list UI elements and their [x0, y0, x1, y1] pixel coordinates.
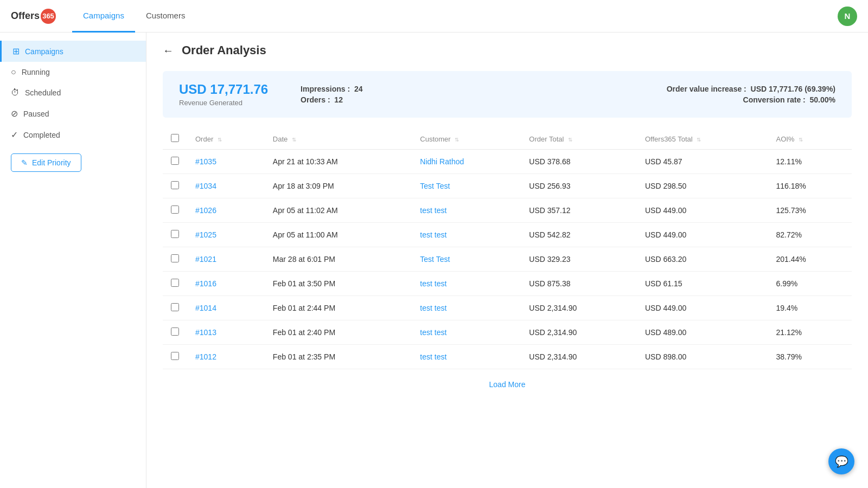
nav-links: Campaigns Customers [72, 0, 196, 33]
offers365-total-6: USD 449.00 [637, 296, 768, 320]
check-icon: ✓ [11, 130, 18, 140]
row-select-3[interactable] [171, 230, 179, 238]
sidebar-item-completed[interactable]: ✓ Completed [0, 124, 146, 145]
order-total-0: USD 378.68 [521, 150, 637, 174]
sidebar-item-paused[interactable]: ⊘ Paused [0, 103, 146, 124]
page-header: ← Order Analysis [163, 43, 852, 57]
nav-campaigns[interactable]: Campaigns [72, 0, 135, 33]
row-select-7[interactable] [171, 328, 179, 336]
orders-line: Orders : 12 [301, 95, 362, 104]
order-value-increase-label: Order value increase : [667, 85, 746, 93]
order-date-3: Apr 05 at 11:00 AM [265, 223, 412, 247]
order-number-6[interactable]: #1014 [187, 296, 265, 320]
pause-icon: ⊘ [11, 108, 18, 119]
revenue-block: USD 17,771.76 Revenue Generated [179, 82, 268, 107]
order-date-5: Feb 01 at 3:50 PM [265, 272, 412, 296]
order-number-1[interactable]: #1034 [187, 174, 265, 198]
conversion-rate-line: Conversion rate : 50.00% [667, 95, 835, 104]
chat-button[interactable]: 💬 [828, 448, 854, 474]
sidebar-item-scheduled[interactable]: ⏱ Scheduled [0, 82, 146, 103]
orders-label: Orders : [301, 95, 330, 104]
logo: Offers 365 [11, 9, 56, 24]
row-checkbox-0 [163, 150, 187, 174]
order-number-7[interactable]: #1013 [187, 320, 265, 345]
order-total-2: USD 357.12 [521, 198, 637, 223]
conversion-rate-value: 50.00% [810, 95, 835, 104]
aoi-6: 19.4% [768, 296, 852, 320]
aoi-4: 201.44% [768, 247, 852, 272]
customer-7[interactable]: test test [412, 320, 521, 345]
customer-6[interactable]: test test [412, 296, 521, 320]
load-more-button[interactable]: Load More [163, 369, 852, 400]
order-number-0[interactable]: #1035 [187, 150, 265, 174]
order-total-4: USD 329.23 [521, 247, 637, 272]
row-checkbox-7 [163, 320, 187, 345]
avatar[interactable]: N [838, 7, 857, 26]
header-order[interactable]: Order ⇅ [187, 129, 265, 150]
edit-priority-button[interactable]: ✎ Edit Priority [11, 153, 81, 172]
chat-icon: 💬 [835, 455, 848, 468]
sort-date-icon: ⇅ [292, 137, 296, 143]
row-select-0[interactable] [171, 157, 179, 165]
sidebar-item-running[interactable]: ○ Running [0, 62, 146, 82]
row-select-4[interactable] [171, 254, 179, 262]
logo-badge: 365 [41, 9, 56, 24]
order-number-5[interactable]: #1016 [187, 272, 265, 296]
customer-1[interactable]: Test Test [412, 174, 521, 198]
customer-2[interactable]: test test [412, 198, 521, 223]
aoi-7: 21.12% [768, 320, 852, 345]
order-number-8[interactable]: #1012 [187, 345, 265, 369]
order-value-increase-value: USD 17,771.76 (69.39%) [751, 85, 835, 93]
row-checkbox-4 [163, 247, 187, 272]
order-number-4[interactable]: #1021 [187, 247, 265, 272]
select-all-checkbox[interactable] [171, 134, 179, 142]
aoi-8: 38.79% [768, 345, 852, 369]
table-row: #1013 Feb 01 at 2:40 PM test test USD 2,… [163, 320, 852, 345]
aoi-5: 6.99% [768, 272, 852, 296]
row-select-2[interactable] [171, 206, 179, 214]
impressions-label: Impressions : [301, 85, 350, 93]
table-header-row: Order ⇅ Date ⇅ Customer ⇅ Order Total ⇅ [163, 129, 852, 150]
sidebar-item-campaigns[interactable]: ⊞ Campaigns [0, 41, 146, 62]
customer-3[interactable]: test test [412, 223, 521, 247]
row-select-6[interactable] [171, 303, 179, 311]
order-total-7: USD 2,314.90 [521, 320, 637, 345]
row-checkbox-2 [163, 198, 187, 223]
order-number-2[interactable]: #1026 [187, 198, 265, 223]
header-aoi[interactable]: AOI% ⇅ [768, 129, 852, 150]
row-checkbox-8 [163, 345, 187, 369]
header-date[interactable]: Date ⇅ [265, 129, 412, 150]
order-total-3: USD 542.82 [521, 223, 637, 247]
row-select-5[interactable] [171, 279, 179, 287]
revenue-value: USD 17,771.76 [179, 82, 268, 97]
row-select-8[interactable] [171, 352, 179, 360]
back-button[interactable]: ← [163, 44, 174, 57]
header-order-total[interactable]: Order Total ⇅ [521, 129, 637, 150]
nav-customers[interactable]: Customers [135, 0, 196, 33]
header-offers365-total[interactable]: Offers365 Total ⇅ [637, 129, 768, 150]
edit-icon: ✎ [21, 158, 28, 167]
sort-aoi-icon: ⇅ [799, 137, 803, 143]
header-checkbox-col [163, 129, 187, 150]
order-date-8: Feb 01 at 2:35 PM [265, 345, 412, 369]
table-row: #1025 Apr 05 at 11:00 AM test test USD 5… [163, 223, 852, 247]
sort-customer-icon: ⇅ [455, 137, 459, 143]
order-number-3[interactable]: #1025 [187, 223, 265, 247]
row-select-1[interactable] [171, 181, 179, 189]
order-total-1: USD 256.93 [521, 174, 637, 198]
order-total-8: USD 2,314.90 [521, 345, 637, 369]
customer-5[interactable]: test test [412, 272, 521, 296]
customer-8[interactable]: test test [412, 345, 521, 369]
stats-right: Order value increase : USD 17,771.76 (69… [667, 85, 835, 104]
header-customer[interactable]: Customer ⇅ [412, 129, 521, 150]
row-checkbox-5 [163, 272, 187, 296]
order-total-6: USD 2,314.90 [521, 296, 637, 320]
sort-total-icon: ⇅ [568, 137, 572, 143]
table-row: #1016 Feb 01 at 3:50 PM test test USD 87… [163, 272, 852, 296]
order-value-increase-line: Order value increase : USD 17,771.76 (69… [667, 85, 835, 93]
sidebar: ⊞ Campaigns ○ Running ⏱ Scheduled ⊘ Paus… [0, 33, 146, 488]
aoi-0: 12.11% [768, 150, 852, 174]
order-date-1: Apr 18 at 3:09 PM [265, 174, 412, 198]
customer-4[interactable]: Test Test [412, 247, 521, 272]
customer-0[interactable]: Nidhi Rathod [412, 150, 521, 174]
